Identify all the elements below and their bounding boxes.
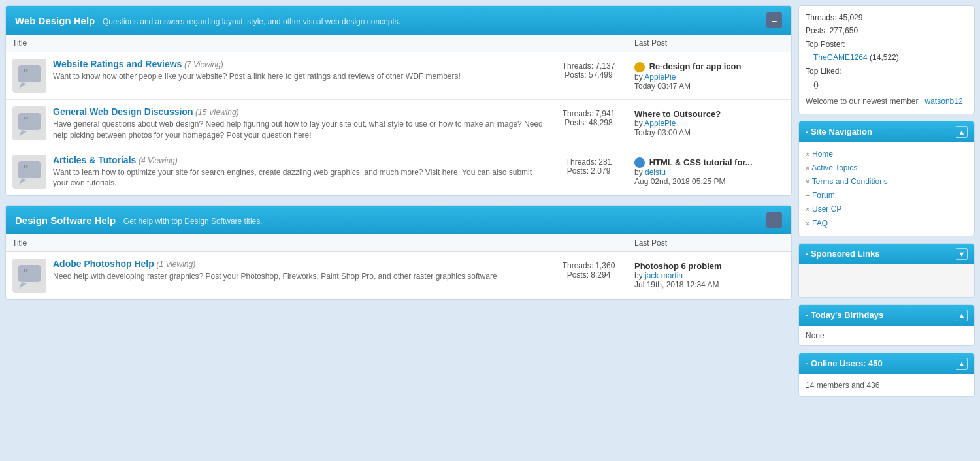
last-post-info: Where to Outsource? by ApplePie Today 03… xyxy=(634,106,785,137)
lastpost-author-link[interactable]: jack martin xyxy=(645,271,683,280)
stats-box: Threads: 45,029 Posts: 277,650 Top Poste… xyxy=(798,5,975,114)
forum-row: " General Web Design Discussion (15 View… xyxy=(6,100,791,148)
forum-row: " Adobe Photoshop Help (1 Viewing) Need … xyxy=(6,252,791,299)
svg-marker-1 xyxy=(19,82,27,89)
online-header: - Online Users: 450 ▲ xyxy=(799,353,974,374)
lastpost-title: HTML & CSS tutorial for... xyxy=(634,157,785,168)
online-toggle-button[interactable]: ▲ xyxy=(956,358,968,370)
forum-icon: " xyxy=(12,155,46,189)
lastpost-by: by jack martin xyxy=(634,271,785,280)
sponsored-title: - Sponsored Links xyxy=(806,249,879,259)
online-users-box: - Online Users: 450 ▲ 14 members and 436 xyxy=(798,353,975,397)
sidebar: Threads: 45,029 Posts: 277,650 Top Poste… xyxy=(798,5,975,397)
section-title: Web Design Help xyxy=(15,15,95,26)
last-post-info: HTML & CSS tutorial for... by delstu Aug… xyxy=(634,155,785,187)
svg-rect-9 xyxy=(18,265,41,282)
nav-link-active-topics[interactable]: Active Topics xyxy=(806,161,968,175)
collapse-section-button[interactable]: – xyxy=(766,12,782,28)
forum-icon: " xyxy=(12,59,46,93)
col-title-header: Title xyxy=(12,238,543,247)
svg-text:": " xyxy=(23,116,28,127)
forum-info: Articles & Tutorials (4 Viewing) Want to… xyxy=(53,155,543,189)
birthdays-content: None xyxy=(799,326,974,345)
svg-rect-6 xyxy=(18,161,41,178)
lastpost-author-link[interactable]: ApplePie xyxy=(644,72,676,82)
sponsored-links-box: - Sponsored Links ▼ xyxy=(798,243,975,298)
site-navigation-box: - Site Navigation ▲ Home Active Topics T… xyxy=(798,121,975,236)
lastpost-by: by ApplePie xyxy=(634,119,785,128)
main-content: Web Design Help Questions and answers re… xyxy=(5,5,792,397)
forum-description: Want to learn how to optimize your site … xyxy=(53,167,543,189)
lastpost-author-link[interactable]: delstu xyxy=(645,168,666,177)
forum-description: Need help with developing raster graphic… xyxy=(53,271,543,282)
chat-bubble-icon: " xyxy=(15,261,44,290)
lastpost-title: Photoshop 6 problem xyxy=(634,261,785,271)
birthdays-title: - Today's Birthdays xyxy=(806,310,883,320)
top-liked-label: Top Liked: xyxy=(806,65,968,78)
forum-title-link[interactable]: Articles & Tutorials xyxy=(53,155,136,165)
birthdays-toggle-button[interactable]: ▲ xyxy=(956,310,968,321)
section-description: Questions and answers regarding layout, … xyxy=(103,17,400,26)
top-poster-count: (14,522) xyxy=(870,53,899,62)
nav-link-user-cp[interactable]: User CP xyxy=(806,202,968,216)
nav-link-forum[interactable]: Forum xyxy=(806,189,968,202)
svg-rect-3 xyxy=(18,113,41,130)
sponsored-toggle-button[interactable]: ▼ xyxy=(956,248,968,260)
forum-title-link[interactable]: Website Ratings and Reviews xyxy=(53,59,182,69)
sponsored-content xyxy=(799,264,974,297)
svg-marker-4 xyxy=(19,130,27,136)
lastpost-star-icon xyxy=(634,62,645,72)
last-post-info: Photoshop 6 problem by jack martin Jul 1… xyxy=(634,259,785,289)
forum-description: Have general questions about web design?… xyxy=(53,119,543,141)
navigation-toggle-button[interactable]: ▲ xyxy=(956,126,968,138)
forum-stats: Threads: 1,360 Posts: 8,294 xyxy=(543,259,634,279)
forum-row: " Articles & Tutorials (4 Viewing) Want … xyxy=(6,148,791,196)
navigation-header: - Site Navigation ▲ xyxy=(799,121,974,142)
lastpost-time: Today 03:00 AM xyxy=(634,128,785,137)
forum-description: Want to know how other people like your … xyxy=(53,71,543,82)
section-header-title-area: Design Software Help Get help with top D… xyxy=(15,215,263,226)
viewers-count: (15 Viewing) xyxy=(195,108,238,117)
nav-link-faq[interactable]: FAQ xyxy=(806,217,968,230)
svg-text:": " xyxy=(23,268,28,279)
online-users-count: 14 members and 436 xyxy=(806,381,879,390)
viewers-count: (7 Viewing) xyxy=(184,60,223,69)
top-poster-link[interactable]: TheGAME1264 xyxy=(813,53,868,62)
col-title-header: Title xyxy=(12,39,543,48)
forum-stats: Threads: 281 Posts: 2,079 xyxy=(543,155,634,176)
birthdays-header: - Today's Birthdays ▲ xyxy=(799,305,974,326)
forum-table-header: Title Last Post xyxy=(6,234,791,252)
forum-stats: Threads: 7,941 Posts: 48,298 xyxy=(543,106,634,127)
design-software-section: Design Software Help Get help with top D… xyxy=(5,205,792,300)
chat-bubble-icon: " xyxy=(15,61,44,90)
svg-rect-0 xyxy=(18,65,41,82)
col-lastpost-header: Last Post xyxy=(634,238,785,247)
nav-link-terms[interactable]: Terms and Conditions xyxy=(806,175,968,189)
last-post-info: Re-design for app icon by ApplePie Today… xyxy=(634,59,785,91)
lastpost-by: by ApplePie xyxy=(634,72,785,82)
col-stats-header xyxy=(543,39,634,48)
chat-bubble-icon: " xyxy=(15,157,44,186)
viewers-count: (1 Viewing) xyxy=(156,260,195,269)
section-description: Get help with top Design Software titles… xyxy=(123,217,263,226)
newest-member-link[interactable]: watsonb12 xyxy=(925,97,963,106)
svg-marker-7 xyxy=(19,178,27,185)
section-header-web-design: Web Design Help Questions and answers re… xyxy=(6,6,791,35)
svg-marker-10 xyxy=(19,282,27,289)
nav-link-home[interactable]: Home xyxy=(806,148,968,161)
section-header-title-area: Web Design Help Questions and answers re… xyxy=(15,15,400,26)
collapse-section-button[interactable]: – xyxy=(766,212,782,228)
threads-stat: Threads: 45,029 xyxy=(806,11,968,24)
col-lastpost-header: Last Post xyxy=(634,39,785,48)
forum-title-link[interactable]: General Web Design Discussion xyxy=(53,106,193,117)
section-title: Design Software Help xyxy=(15,215,116,226)
online-title: - Online Users: 450 xyxy=(806,358,883,368)
top-poster-label: Top Poster: xyxy=(806,38,968,51)
lastpost-author-link[interactable]: ApplePie xyxy=(644,119,676,128)
forum-title-link[interactable]: Adobe Photoshop Help xyxy=(53,259,154,269)
sponsored-header: - Sponsored Links ▼ xyxy=(799,244,974,264)
posts-stat: Posts: 277,650 xyxy=(806,24,968,37)
lastpost-title: Re-design for app icon xyxy=(634,61,785,72)
forum-row: " Website Ratings and Reviews (7 Viewing… xyxy=(6,52,791,100)
viewers-count: (4 Viewing) xyxy=(139,156,178,165)
